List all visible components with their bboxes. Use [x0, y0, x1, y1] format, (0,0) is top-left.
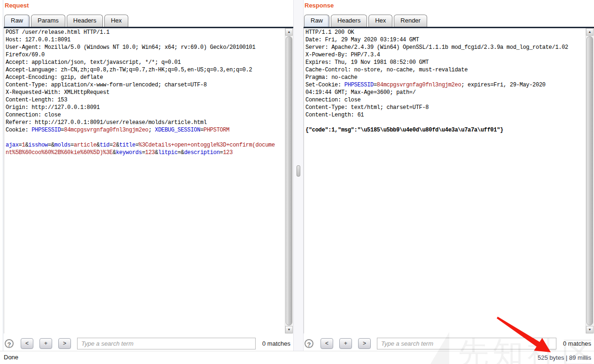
message-line: Content-Length: 61 [305, 112, 585, 119]
request-message-area[interactable]: POST /user/release.html HTTP/1.1Host: 12… [4, 28, 293, 333]
search-matches-count: 0 matches [563, 340, 591, 347]
message-line: Cache-Control: no-store, no-cache, must-… [305, 67, 585, 74]
scroll-up-button[interactable]: ▲ [285, 28, 293, 36]
message-line: Cookie: PHPSESSID=84mcpgsvrgnfag0fnl3ngj… [6, 127, 284, 134]
message-line: HTTP/1.1 200 OK [305, 29, 585, 37]
search-options-button[interactable]: + [39, 338, 52, 349]
tab-raw[interactable]: Raw [4, 15, 30, 27]
message-line: Date: Fri, 29 May 2020 03:19:44 GMT [305, 37, 585, 44]
tab-headers[interactable]: Headers [331, 15, 367, 27]
message-line: Expires: Thu, 19 Nov 1981 08:52:00 GMT [305, 59, 585, 67]
scroll-up-button[interactable]: ▲ [586, 28, 594, 36]
message-line: Server: Apache/2.4.39 (Win64) OpenSSL/1.… [305, 44, 585, 52]
message-line: Accept-Language: zh-CN,zh;q=0.8,zh-TW;q=… [6, 67, 284, 74]
response-search-bar: ? < + > 0 matches [304, 336, 594, 350]
message-line: Referer: http://127.0.0.1:8091/user/rele… [6, 119, 284, 127]
message-line: Content-Length: 153 [6, 97, 284, 104]
scroll-down-button[interactable]: ▼ [285, 326, 293, 333]
search-previous-button[interactable]: < [320, 338, 333, 349]
request-vertical-scrollbar[interactable]: ▲ ▼ [285, 28, 293, 333]
response-panel: Response RawHeadersHexRender HTTP/1.1 20… [304, 0, 594, 364]
message-line: POST /user/release.html HTTP/1.1 [6, 29, 284, 37]
search-matches-count: 0 matches [262, 340, 290, 347]
scrollbar-thumb[interactable] [286, 36, 292, 325]
response-message-area[interactable]: HTTP/1.1 200 OKDate: Fri, 29 May 2020 03… [304, 28, 594, 333]
scrollbar-thumb[interactable] [586, 36, 593, 325]
help-icon[interactable]: ? [305, 339, 313, 348]
search-options-button[interactable]: + [339, 338, 352, 349]
message-line: User-Agent: Mozilla/5.0 (Windows NT 10.0… [6, 44, 284, 52]
message-line: Connection: close [6, 112, 284, 119]
request-panel-title: Request [5, 2, 29, 9]
message-line: Connection: close [305, 97, 585, 104]
search-input[interactable] [377, 338, 556, 349]
message-line [305, 119, 585, 127]
search-next-button[interactable]: > [358, 338, 371, 349]
response-raw-text[interactable]: HTTP/1.1 200 OKDate: Fri, 29 May 2020 03… [305, 29, 585, 333]
response-vertical-scrollbar[interactable]: ▲ ▼ [586, 28, 594, 333]
message-line: Firefox/69.0 [6, 52, 284, 59]
tab-params[interactable]: Params [31, 15, 65, 27]
tab-raw[interactable]: Raw [304, 15, 329, 27]
response-tabbar: RawHeadersHexRender [304, 15, 594, 28]
message-line: Host: 127.0.0.1:8091 [6, 37, 284, 44]
message-line: Set-Cookie: PHPSESSID=84mcpgsvrgnfag0fnl… [305, 82, 585, 89]
message-line: 04:19:44 GMT; Max-Age=3600; path=/ [305, 89, 585, 97]
request-search-bar: ? < + > 0 matches [4, 336, 293, 350]
response-stats: 525 bytes | 89 millis [538, 354, 591, 361]
message-line [6, 134, 284, 142]
window-edge [3, 0, 3, 364]
message-line: {"code":1,"msg":"\u5185\u5bb9\u4e0d\u80f… [305, 127, 585, 134]
request-tabbar: RawParamsHeadersHex [4, 15, 293, 28]
message-line: Content-Type: application/x-www-form-url… [6, 82, 284, 89]
tab-render[interactable]: Render [394, 15, 427, 27]
help-icon[interactable]: ? [5, 339, 14, 348]
tab-hex[interactable]: Hex [104, 15, 128, 27]
message-line: nt%5B%60coo%60%2B%60kie%60%5D)%3E&keywor… [6, 149, 284, 157]
http-message-viewer: Request RawParamsHeadersHex POST /user/r… [0, 0, 594, 364]
response-panel-title: Response [305, 2, 334, 9]
search-next-button[interactable]: > [58, 338, 71, 349]
message-line: Pragma: no-cache [305, 74, 585, 82]
message-line: X-Powered-By: PHP/7.3.4 [305, 52, 585, 59]
search-previous-button[interactable]: < [21, 338, 33, 349]
panel-splitter[interactable] [293, 0, 304, 351]
scroll-down-button[interactable]: ▼ [586, 326, 594, 333]
message-line: Accept: application/json, text/javascrip… [6, 59, 284, 67]
message-line: Accept-Encoding: gzip, deflate [6, 74, 284, 82]
message-line: Content-Type: text/html; charset=UTF-8 [305, 104, 585, 112]
request-panel: Request RawParamsHeadersHex POST /user/r… [4, 0, 293, 364]
tab-headers[interactable]: Headers [67, 15, 103, 27]
message-line: ajax=1&isshow=&molds=article&tid=2&title… [6, 142, 284, 149]
splitter-handle[interactable] [297, 165, 300, 177]
request-raw-text[interactable]: POST /user/release.html HTTP/1.1Host: 12… [6, 29, 284, 333]
status-bar: Done 525 bytes | 89 millis [0, 351, 594, 364]
status-text: Done [4, 354, 18, 361]
search-input[interactable] [77, 338, 256, 349]
tab-hex[interactable]: Hex [368, 15, 392, 27]
message-line: Origin: http://127.0.0.1:8091 [6, 104, 284, 112]
message-line: X-Requested-With: XMLHttpRequest [6, 89, 284, 97]
